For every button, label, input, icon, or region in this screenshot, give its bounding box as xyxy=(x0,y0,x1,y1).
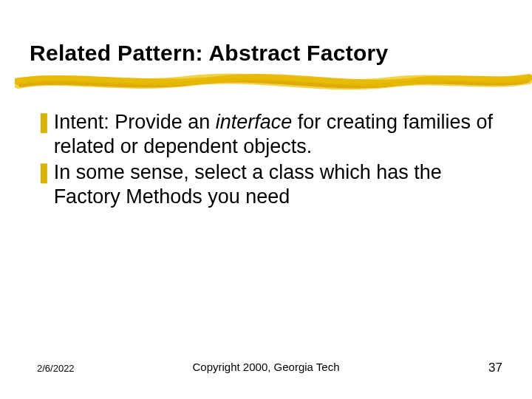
list-item: ❚ Intent: Provide an interface for creat… xyxy=(35,110,502,159)
bullet-text-pre: Intent: Provide an xyxy=(54,111,216,133)
slide: Related Pattern: Abstract Factory ❚ Inte… xyxy=(0,0,532,399)
footer-date: 2/6/2022 xyxy=(37,363,75,374)
bullet-text-italic: interface xyxy=(216,111,293,133)
list-item: ❚ In some sense, select a class which ha… xyxy=(35,160,502,209)
footer-copyright: Copyright 2000, Georgia Tech xyxy=(192,361,339,373)
slide-title: Related Pattern: Abstract Factory xyxy=(30,41,502,66)
bullet-text-pre: In some sense, select a class which has … xyxy=(54,161,442,208)
brush-underline-icon xyxy=(15,69,532,94)
footer-page-number: 37 xyxy=(488,361,502,375)
slide-footer: 2/6/2022 Copyright 2000, Georgia Tech 37 xyxy=(0,361,532,375)
bullet-icon: ❚ xyxy=(35,160,52,185)
bullet-text: Intent: Provide an interface for creatin… xyxy=(54,110,502,159)
title-underline xyxy=(30,73,502,92)
bullet-list: ❚ Intent: Provide an interface for creat… xyxy=(30,110,502,209)
bullet-text: In some sense, select a class which has … xyxy=(54,160,502,209)
bullet-icon: ❚ xyxy=(35,110,52,134)
